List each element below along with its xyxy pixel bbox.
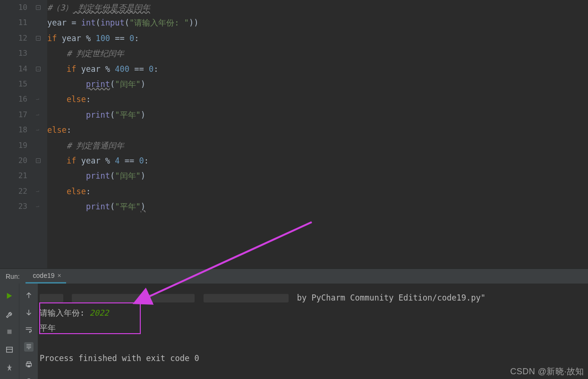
redacted-text [204, 294, 289, 302]
up-arrow-icon[interactable] [24, 291, 34, 300]
console-row: Process finished with exit code 0 [38, 351, 588, 366]
fold-column[interactable]: −−−⌐⌐⌐−⌐⌐ [35, 0, 47, 268]
layout-icon[interactable] [5, 345, 14, 354]
trash-icon[interactable] [24, 377, 34, 379]
redacted-text [40, 294, 63, 302]
code-line[interactable]: else: [47, 184, 588, 199]
code-line[interactable]: else: [47, 92, 588, 107]
console-row: 请输入年份: 2022 [38, 305, 588, 320]
svg-rect-2 [7, 347, 13, 353]
fold-toggle-icon[interactable]: − [36, 5, 41, 10]
scroll-to-end-icon[interactable] [24, 342, 34, 352]
console-row: 平年 [38, 320, 588, 336]
print-icon[interactable] [24, 360, 34, 369]
code-line[interactable]: else: [47, 122, 588, 138]
interpreter-path-tail: by PyCharm Community Edition/code19.py" [297, 293, 486, 302]
code-line[interactable]: print("平年") [47, 199, 588, 214]
run-toolbar-left2 [19, 284, 38, 379]
run-panel-body: by PyCharm Community Edition/code19.py" … [0, 284, 588, 379]
code-line[interactable]: year = int(input("请输入年份: ")) [47, 15, 588, 30]
rerun-icon[interactable] [5, 291, 14, 301]
code-line[interactable]: if year % 4 == 0: [47, 153, 588, 168]
pin-icon[interactable] [5, 363, 14, 372]
run-toolbar-left [0, 284, 19, 379]
code-line[interactable]: # 判定世纪闰年 [47, 46, 588, 61]
close-tab-icon[interactable]: × [58, 272, 61, 279]
stop-icon[interactable] [5, 327, 14, 336]
run-label: Run: [0, 273, 26, 280]
svg-rect-1 [8, 330, 12, 334]
fold-toggle-icon[interactable]: − [36, 158, 41, 163]
down-arrow-icon[interactable] [24, 308, 34, 317]
console-row: by PyCharm Community Edition/code19.py" [38, 290, 588, 305]
code-line[interactable]: if year % 100 == 0: [47, 31, 588, 46]
code-editor[interactable]: 1011121314151617181920212223 −−−⌐⌐⌐−⌐⌐ #… [0, 0, 588, 268]
program-output: 平年 [40, 323, 56, 333]
code-line[interactable]: if year % 400 == 0: [47, 61, 588, 77]
svg-rect-5 [27, 362, 30, 364]
svg-marker-0 [7, 293, 12, 299]
code-line[interactable]: print("平年") [47, 107, 588, 122]
code-area[interactable]: #（3） 判定年份是否是闰年year = int(input("请输入年份: "… [47, 0, 588, 268]
wrench-icon[interactable] [5, 309, 14, 319]
code-line[interactable]: #（3） 判定年份是否是闰年 [47, 0, 588, 15]
watermark-text: CSDN @新晓·故知 [510, 366, 584, 377]
fold-toggle-icon[interactable]: − [36, 36, 41, 41]
redacted-text [72, 294, 195, 302]
run-tab-label: code19 [33, 272, 55, 279]
user-input-value: 2022 [89, 308, 109, 318]
run-panel-header: Run: code19 × [0, 268, 588, 284]
input-prompt: 请输入年份: [40, 308, 89, 318]
line-number-gutter: 1011121314151617181920212223 [0, 0, 35, 268]
code-line[interactable]: print("闰年") [47, 77, 588, 92]
code-line[interactable]: # 判定普通闰年 [47, 138, 588, 153]
svg-rect-6 [27, 365, 30, 368]
console-output[interactable]: by PyCharm Community Edition/code19.py" … [38, 284, 588, 379]
soft-wrap-icon[interactable] [24, 325, 34, 334]
console-row [38, 336, 588, 351]
run-tab[interactable]: code19 × [26, 269, 66, 284]
fold-toggle-icon[interactable]: − [36, 67, 41, 71]
code-line[interactable]: print("闰年") [47, 168, 588, 183]
exit-message: Process finished with exit code 0 [40, 353, 199, 363]
